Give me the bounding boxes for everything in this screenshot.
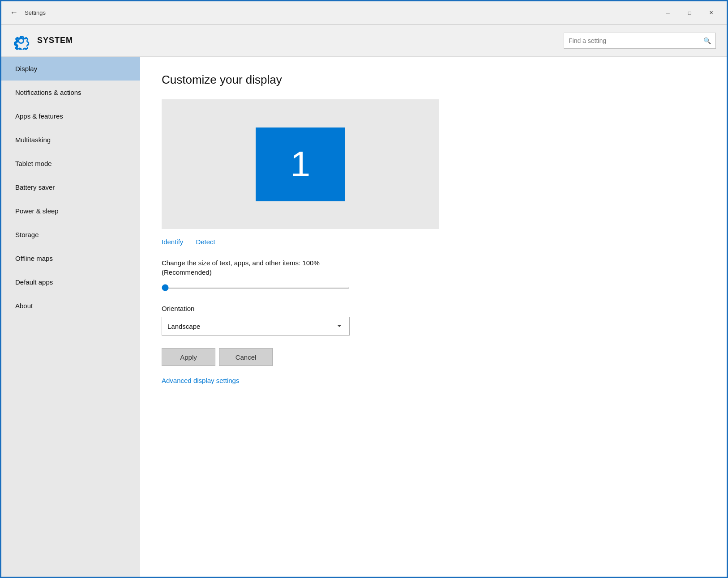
apply-button[interactable]: Apply (162, 348, 215, 366)
advanced-display-link[interactable]: Advanced display settings (162, 377, 239, 384)
main-layout: DisplayNotifications & actionsApps & fea… (1, 57, 727, 578)
monitor-number: 1 (291, 144, 311, 185)
app-header: SYSTEM 🔍 (1, 25, 727, 57)
sidebar-item-power---sleep[interactable]: Power & sleep (1, 199, 140, 223)
page-title: Customize your display (162, 73, 705, 87)
sidebar-item-apps---features[interactable]: Apps & features (1, 104, 140, 128)
orientation-label: Orientation (162, 305, 705, 312)
scale-description: Change the size of text, apps, and other… (162, 258, 705, 277)
gear-icon (12, 32, 30, 50)
monitor-preview: 1 (162, 99, 439, 229)
links-row: Identify Detect (162, 238, 705, 246)
content-area: Customize your display 1 Identify Detect… (140, 57, 727, 578)
window-title: Settings (25, 9, 658, 16)
scale-slider-container[interactable] (162, 282, 705, 290)
app-title: SYSTEM (37, 36, 557, 45)
sidebar-item-storage[interactable]: Storage (1, 223, 140, 246)
back-button[interactable]: ← (7, 6, 21, 20)
sidebar-item-battery-saver[interactable]: Battery saver (1, 175, 140, 199)
minimize-button[interactable]: ─ (658, 6, 678, 20)
sidebar: DisplayNotifications & actionsApps & fea… (1, 57, 140, 578)
detect-button[interactable]: Detect (196, 238, 215, 246)
search-icon: 🔍 (703, 37, 711, 44)
orientation-select[interactable]: LandscapePortraitLandscape (flipped)Port… (162, 317, 350, 336)
monitor-screen: 1 (256, 128, 345, 201)
scale-slider[interactable] (162, 287, 350, 289)
sidebar-item-tablet-mode[interactable]: Tablet mode (1, 152, 140, 175)
window-controls: ─ □ ✕ (658, 6, 721, 20)
sidebar-item-default-apps[interactable]: Default apps (1, 270, 140, 294)
sidebar-item-display[interactable]: Display (1, 57, 140, 81)
sidebar-item-offline-maps[interactable]: Offline maps (1, 246, 140, 270)
identify-button[interactable]: Identify (162, 238, 183, 246)
sidebar-item-multitasking[interactable]: Multitasking (1, 128, 140, 152)
maximize-button[interactable]: □ (679, 6, 700, 20)
search-box[interactable]: 🔍 (564, 33, 716, 49)
close-button[interactable]: ✕ (701, 6, 721, 20)
buttons-row: Apply Cancel (162, 348, 705, 366)
sidebar-item-notifications---actions[interactable]: Notifications & actions (1, 81, 140, 104)
search-input[interactable] (569, 37, 703, 44)
sidebar-item-about[interactable]: About (1, 294, 140, 318)
titlebar: ← Settings ─ □ ✕ (1, 1, 727, 25)
cancel-button[interactable]: Cancel (219, 348, 273, 366)
